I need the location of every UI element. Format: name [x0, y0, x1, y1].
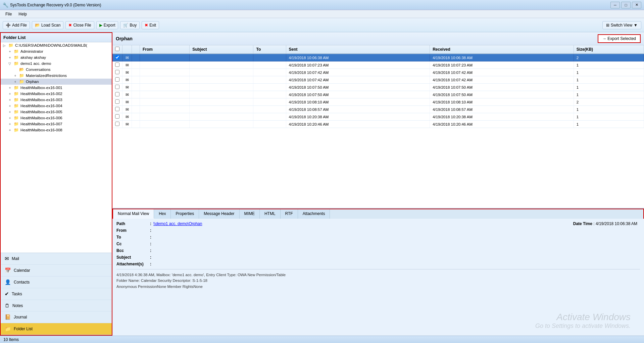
- col-size[interactable]: Size(KB): [574, 45, 644, 54]
- tree-item[interactable]: + 📁 Orphan: [1, 79, 112, 85]
- tree-item[interactable]: + 📁 HealthMailbox-ex16-008: [1, 127, 112, 133]
- export-button[interactable]: ▶ Export: [96, 21, 118, 29]
- preview-subject-field: Subject :: [116, 255, 640, 260]
- buy-button[interactable]: 🛒 Buy: [120, 21, 140, 29]
- title-bar: 🔧 SysTools Exchange Recovery v9.0 (Demo …: [0, 0, 644, 10]
- row-type-icon: ✉: [122, 61, 132, 69]
- nav-item-calendar[interactable]: 📅 Calendar: [1, 265, 112, 276]
- table-row[interactable]: ✉ 4/19/2018 10:07:50 AM 4/19/2018 10:07:…: [112, 91, 644, 98]
- select-all-checkbox[interactable]: [115, 47, 119, 51]
- row-size: 2: [574, 54, 644, 61]
- row-sent: 4/19/2018 10:07:50 AM: [286, 84, 430, 91]
- preview-tab-properties[interactable]: Properties: [171, 209, 199, 219]
- maximize-button[interactable]: □: [621, 2, 631, 8]
- preview-path-field: Path : \\demo1 acc. demo\Orphan: [116, 221, 640, 226]
- row-attach-col: [132, 113, 140, 121]
- load-scan-button[interactable]: 📂 Load Scan: [32, 21, 63, 29]
- nav-label: Contacts: [14, 280, 30, 285]
- table-row[interactable]: ✉ 4/19/2018 10:20:46 AM 4/19/2018 10:20:…: [112, 121, 644, 128]
- tree-item[interactable]: + 📁 HealthMailbox-ex16-001: [1, 85, 112, 91]
- row-type-icon: ✉: [122, 76, 132, 84]
- nav-item-contacts[interactable]: 👤 Contacts: [1, 276, 112, 288]
- row-checkbox[interactable]: [115, 122, 119, 126]
- preview-tab-hex[interactable]: Hex: [154, 209, 171, 219]
- buy-icon: 🛒: [123, 23, 128, 28]
- tree-item[interactable]: + 📁 HealthMailbox-ex16-004: [1, 103, 112, 109]
- tree-item[interactable]: + 📁 MaterializedRestrictions: [1, 73, 112, 79]
- exit-button[interactable]: ✖ Exit: [142, 21, 159, 29]
- tree-item[interactable]: + 📁 HealthMailbox-ex16-007: [1, 121, 112, 127]
- row-checkbox[interactable]: [115, 55, 119, 59]
- col-received[interactable]: Received: [430, 45, 574, 54]
- preview-tab-mime[interactable]: MIME: [240, 209, 260, 219]
- row-type-icon: ✉: [122, 54, 132, 61]
- from-label: From: [116, 228, 150, 233]
- tree-item[interactable]: + 📁 HealthMailbox-ex16-003: [1, 97, 112, 103]
- col-subject[interactable]: Subject: [190, 45, 253, 54]
- export-selected-button[interactable]: → Export Selected: [598, 34, 641, 43]
- col-sent[interactable]: Sent: [286, 45, 430, 54]
- preview-tab-attachments[interactable]: Attachments: [298, 209, 330, 219]
- tree-item[interactable]: + 📁 HealthMailbox-ex16-006: [1, 115, 112, 121]
- nav-label: Notes: [12, 303, 23, 308]
- table-row[interactable]: ✉ 4/19/2018 10:08:57 AM 4/19/2018 10:08:…: [112, 106, 644, 113]
- table-row[interactable]: ✉ 4/19/2018 10:07:42 AM 4/19/2018 10:07:…: [112, 76, 644, 84]
- nav-item-folder-list[interactable]: 📁 Folder List: [1, 323, 112, 335]
- tree-item[interactable]: ▷ 📁 C:\USERS\ADMIN\DOWNLOADS\MAILB(: [1, 42, 112, 48]
- menu-help[interactable]: Help: [15, 11, 30, 17]
- folder-tree[interactable]: ▷ 📁 C:\USERS\ADMIN\DOWNLOADS\MAILB( + 📁 …: [1, 42, 112, 253]
- row-checkbox[interactable]: [115, 114, 119, 119]
- minimize-button[interactable]: ─: [610, 2, 620, 8]
- row-sent: 4/19/2018 10:07:42 AM: [286, 76, 430, 84]
- nav-item-tasks[interactable]: ✔ Tasks: [1, 288, 112, 300]
- add-file-button[interactable]: ➕ Add File: [3, 21, 30, 29]
- preview-tab-rtf[interactable]: RTF: [281, 209, 298, 219]
- row-from: [140, 84, 190, 91]
- row-sent: 4/19/2018 10:20:46 AM: [286, 121, 430, 128]
- row-checkbox[interactable]: [115, 62, 119, 67]
- col-from[interactable]: From: [140, 45, 190, 54]
- nav-item-journal[interactable]: 📔 Journal: [1, 311, 112, 323]
- switch-view-icon: ⊞: [606, 23, 609, 28]
- folder-list-header: Folder List: [1, 33, 112, 42]
- row-size: 1: [574, 106, 644, 113]
- row-checkbox[interactable]: [115, 92, 119, 96]
- nav-item-notes[interactable]: 🗒 Notes: [1, 300, 112, 311]
- menu-file[interactable]: File: [2, 11, 15, 17]
- nav-icon: ✔: [5, 291, 9, 297]
- table-row[interactable]: ✉ 4/19/2018 10:07:50 AM 4/19/2018 10:07:…: [112, 84, 644, 91]
- row-checkbox[interactable]: [115, 77, 119, 82]
- row-checkbox[interactable]: [115, 107, 119, 111]
- table-row[interactable]: ✉ 4/19/2018 10:08:10 AM 4/19/2018 10:08:…: [112, 98, 644, 106]
- row-checkbox[interactable]: [115, 70, 119, 74]
- nav-item-mail[interactable]: ✉ Mail: [1, 253, 112, 265]
- switch-view-button[interactable]: ⊞ Switch View ▼: [602, 21, 641, 29]
- tree-item[interactable]: + 📁 Administrator: [1, 48, 112, 54]
- table-row[interactable]: ✉ 4/19/2018 10:07:23 AM 4/19/2018 10:07:…: [112, 61, 644, 69]
- close-file-button[interactable]: ✖ Close File: [65, 21, 94, 29]
- col-to[interactable]: To: [253, 45, 286, 54]
- row-from: [140, 69, 190, 76]
- row-to: [253, 61, 286, 69]
- tree-item[interactable]: + 📁 HealthMailbox-ex16-002: [1, 91, 112, 97]
- nav-icon: 📔: [5, 314, 11, 320]
- preview-tab-html[interactable]: HTML: [260, 209, 281, 219]
- preview-tab-messageheader[interactable]: Message Header: [199, 209, 239, 219]
- row-from: [140, 91, 190, 98]
- row-received: 4/19/2018 10:07:23 AM: [430, 61, 574, 69]
- table-row[interactable]: ✉ 4/19/2018 10:07:42 AM 4/19/2018 10:07:…: [112, 69, 644, 76]
- close-button[interactable]: ✕: [632, 2, 641, 8]
- table-row[interactable]: ✉ 4/19/2018 10:20:38 AM 4/19/2018 10:20:…: [112, 113, 644, 121]
- tree-item[interactable]: 📂 Conversations: [1, 67, 112, 73]
- table-row[interactable]: ✉ 4/19/2018 10:06:38 AM 4/19/2018 10:06:…: [112, 54, 644, 61]
- preview-tab-normal[interactable]: Normal Mail View: [113, 209, 154, 219]
- row-checkbox[interactable]: [115, 99, 119, 104]
- col-check[interactable]: [112, 45, 122, 54]
- row-size: 1: [574, 91, 644, 98]
- tree-item[interactable]: + 📁 HealthMailbox-ex16-005: [1, 109, 112, 115]
- path-link[interactable]: \\demo1 acc. demo\Orphan: [153, 221, 202, 226]
- email-table-wrapper[interactable]: From Subject To Sent Received Size(KB) ✉…: [112, 45, 644, 208]
- tree-item[interactable]: ▽ 📁 demo1 acc. demo: [1, 60, 112, 67]
- tree-item[interactable]: + 📁 akshay akshay: [1, 54, 112, 60]
- row-checkbox[interactable]: [115, 85, 119, 89]
